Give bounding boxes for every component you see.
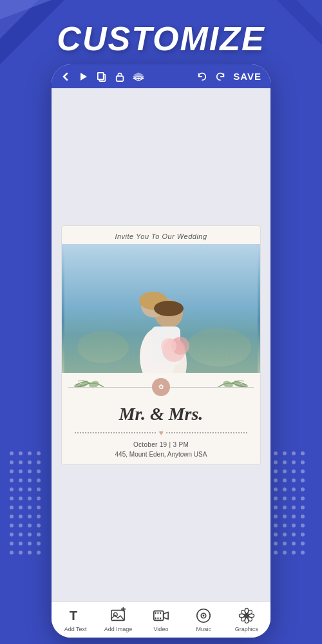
add-image-tool[interactable]: Add Image: [100, 607, 136, 632]
music-tool[interactable]: Music: [186, 607, 222, 632]
video-label: Video: [154, 626, 169, 632]
graphics-label: Graphics: [235, 626, 258, 632]
add-image-icon: [110, 607, 127, 624]
svg-rect-132: [122, 607, 124, 612]
svg-rect-139: [160, 618, 161, 620]
video-tool[interactable]: Video: [143, 607, 178, 632]
save-button[interactable]: SAVE: [233, 71, 261, 82]
lock-button[interactable]: [115, 71, 125, 82]
add-image-label: Add Image: [104, 626, 133, 632]
svg-point-117: [154, 301, 184, 316]
wedding-card: Invite You To Our Wedding: [61, 225, 261, 465]
svg-point-127: [240, 383, 248, 388]
card-date: October 19 | 3 PM: [62, 440, 260, 450]
music-icon: [195, 607, 212, 624]
svg-marker-101: [80, 73, 87, 80]
graphics-icon: [238, 607, 255, 624]
photo-overlay: [62, 334, 260, 373]
card-header-text: Invite You To Our Wedding: [62, 226, 260, 244]
editor-toolbar: SAVE: [52, 64, 270, 88]
svg-text:T: T: [70, 609, 78, 623]
add-text-icon: T: [67, 607, 84, 624]
play-button[interactable]: [79, 71, 89, 82]
add-text-tool[interactable]: T Add Text: [58, 607, 93, 632]
svg-rect-138: [157, 618, 158, 620]
redo-button[interactable]: [215, 71, 225, 82]
card-photo: [62, 244, 260, 373]
floral-divider: ✿: [62, 373, 260, 401]
svg-rect-137: [155, 618, 156, 620]
svg-rect-134: [155, 612, 156, 614]
copy-button[interactable]: [97, 71, 107, 82]
card-address: 445, Mount Eden, Anytown USA: [62, 450, 260, 464]
back-button[interactable]: [61, 71, 71, 82]
video-icon: [153, 607, 169, 624]
add-text-label: Add Text: [64, 626, 87, 632]
svg-point-142: [203, 615, 205, 617]
main-content: CUSTOMIZE: [0, 0, 322, 644]
svg-rect-105: [117, 76, 124, 81]
svg-point-122: [88, 379, 100, 389]
svg-rect-135: [157, 612, 158, 614]
card-dotted-separator: ♥: [62, 426, 260, 440]
phone-frame: SAVE Invite You To Our Wedding: [52, 64, 270, 638]
app-title: CUSTOMIZE: [13, 19, 309, 58]
graphics-tool[interactable]: Graphics: [229, 607, 264, 632]
svg-rect-136: [160, 612, 161, 614]
layers-button[interactable]: [133, 71, 144, 82]
title-section: CUSTOMIZE: [0, 0, 322, 64]
music-label: Music: [196, 626, 212, 632]
canvas-area: Invite You To Our Wedding: [52, 88, 270, 601]
svg-rect-103: [98, 72, 104, 79]
floral-circle: ✿: [152, 378, 170, 396]
heart-icon: ♥: [158, 428, 163, 437]
bottom-toolbar: T Add Text Add Image: [52, 601, 270, 638]
svg-rect-129: [111, 611, 124, 621]
card-names: Mr. & Mrs.: [62, 401, 260, 426]
undo-button[interactable]: [197, 71, 207, 82]
svg-point-125: [222, 379, 234, 389]
